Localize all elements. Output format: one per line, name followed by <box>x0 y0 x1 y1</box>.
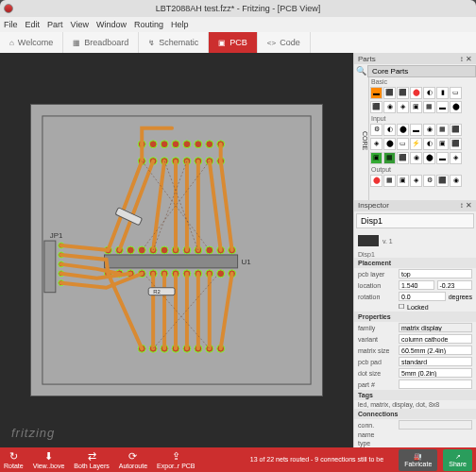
view-tabs: ⌂Welcome ▦Breadboard ↯Schematic ▣PCB <>C… <box>0 32 476 53</box>
view-above-button[interactable]: ⬇View..bove <box>33 451 65 469</box>
part-item[interactable]: ▣ <box>397 175 409 187</box>
part-number-input[interactable] <box>399 379 472 389</box>
menu-part[interactable]: Part <box>47 20 63 29</box>
part-item[interactable]: ▦ <box>383 175 396 187</box>
menu-window[interactable]: Window <box>96 20 127 29</box>
pcb-icon: ▣ <box>218 39 226 47</box>
export-pcb-button[interactable]: ⇪Expor..r PCB <box>157 451 195 469</box>
part-item[interactable]: ⬛ <box>450 124 462 136</box>
rotate-icon: ↻ <box>9 451 18 462</box>
part-item[interactable]: ▮ <box>436 87 449 99</box>
inspector-part-name[interactable]: Disp1 <box>356 213 474 228</box>
menu-edit[interactable]: Edit <box>26 20 41 29</box>
part-item[interactable]: ▬ <box>370 87 382 99</box>
part-item[interactable]: ◐ <box>423 138 435 150</box>
svg-line-57 <box>164 161 198 250</box>
part-item[interactable]: ⚙ <box>370 124 382 136</box>
part-item[interactable]: ⚙ <box>423 175 435 187</box>
part-item[interactable]: ▬ <box>410 124 422 136</box>
part-item[interactable]: ◈ <box>450 152 462 164</box>
part-item[interactable]: ▣ <box>410 101 422 113</box>
rotation-input[interactable]: 0.0 <box>399 292 446 301</box>
export-icon: ⇪ <box>172 451 180 462</box>
svg-rect-50 <box>44 241 56 293</box>
part-item[interactable]: ◈ <box>410 175 422 187</box>
palette-grid: Basic ▬ ⬛ ⬛ ⬤ ◐ ▮ ▭ ⬛ ◉ ◈ ▣ ▦ ▬ ⬤ <box>369 77 476 200</box>
part-item[interactable]: ▣ <box>370 152 382 164</box>
part-item[interactable]: ◐ <box>423 87 435 99</box>
part-item[interactable]: ⬤ <box>423 152 435 164</box>
variant-select[interactable]: column cathode <box>399 334 472 344</box>
fritzing-watermark: fritzing <box>11 426 55 440</box>
part-item[interactable]: ▣ <box>436 138 449 150</box>
rotate-button[interactable]: ↻Rotate <box>4 451 24 469</box>
part-item[interactable]: ⚡ <box>410 138 422 150</box>
location-y-input[interactable]: -0.23 <box>437 280 473 290</box>
parts-panel-header: Parts ↕ ✕ <box>354 53 476 64</box>
autoroute-button[interactable]: ⟳Autoroute <box>119 451 147 469</box>
parts-search: 🔍 Core Parts <box>354 64 476 77</box>
part-item[interactable]: ⬛ <box>436 175 449 187</box>
menu-routing[interactable]: Routing <box>134 20 163 29</box>
part-item[interactable]: ◈ <box>397 101 409 113</box>
pcb-canvas[interactable]: JP1 U1 R2 fritzing <box>0 53 353 447</box>
part-item[interactable]: ▦ <box>436 124 449 136</box>
part-item[interactable]: ⬤ <box>410 87 422 99</box>
part-item[interactable]: ⬤ <box>397 124 409 136</box>
layers-icon: ⇄ <box>88 451 96 462</box>
part-preview-icon <box>358 235 379 246</box>
tab-pcb[interactable]: ▣PCB <box>209 32 258 53</box>
menubar: File Edit Part View Window Routing Help <box>0 17 476 32</box>
dot-size-select[interactable]: 5mm (0.2in) <box>399 368 472 378</box>
menu-file[interactable]: File <box>4 20 18 29</box>
part-item[interactable]: ▭ <box>397 138 409 150</box>
part-item[interactable]: ◉ <box>383 101 396 113</box>
location-x-input[interactable]: 1.540 <box>399 280 434 290</box>
menu-help[interactable]: Help <box>171 20 189 29</box>
part-item[interactable]: ◉ <box>410 152 422 164</box>
side-panels: Parts ↕ ✕ 🔍 Core Parts CORE Basic ▬ ⬛ ⬛ … <box>353 53 476 447</box>
part-item[interactable]: ⬛ <box>370 101 382 113</box>
panel-controls[interactable]: ↕ ✕ <box>460 201 472 210</box>
part-item[interactable]: ◉ <box>450 175 462 187</box>
both-layers-button[interactable]: ⇄Both Layers <box>74 451 109 469</box>
svg-text:R2: R2 <box>153 289 161 295</box>
panel-controls[interactable]: ↕ ✕ <box>460 55 472 63</box>
titlebar: LBT2088AH test.fzz* - Fritzing - [PCB Vi… <box>0 0 476 17</box>
view-icon: ⬇ <box>44 451 53 462</box>
part-item[interactable]: ⬛ <box>383 87 396 99</box>
tab-breadboard[interactable]: ▦Breadboard <box>63 32 139 53</box>
svg-point-20 <box>138 246 145 254</box>
core-tab[interactable]: CORE <box>354 77 369 200</box>
part-item[interactable]: ◉ <box>423 124 435 136</box>
part-item[interactable]: ⬛ <box>397 87 409 99</box>
part-item[interactable]: ⬛ <box>450 138 462 150</box>
part-item[interactable]: ⬛ <box>397 152 409 164</box>
fabricate-button[interactable]: 🏭Fabricate <box>399 449 437 471</box>
search-icon[interactable]: 🔍 <box>354 66 367 76</box>
part-item[interactable]: ▬ <box>436 101 449 113</box>
pcb-layer-select[interactable]: top <box>399 269 472 278</box>
part-item[interactable]: ◈ <box>370 138 382 150</box>
svg-point-3 <box>161 141 168 148</box>
tab-welcome[interactable]: ⌂Welcome <box>0 32 63 53</box>
part-item[interactable]: ▦ <box>423 101 435 113</box>
part-item[interactable]: ⬤ <box>450 101 462 113</box>
locked-checkbox[interactable]: ☐ <box>399 303 404 311</box>
part-item[interactable]: ▦ <box>383 152 396 164</box>
tab-schematic[interactable]: ↯Schematic <box>139 32 209 53</box>
part-item[interactable]: ◐ <box>383 124 396 136</box>
part-item[interactable]: ▬ <box>436 152 449 164</box>
routing-status: 13 of 22 nets routed - 9 connections sti… <box>250 456 383 464</box>
matrix-size-select[interactable]: 60.5mm (2.4in) <box>399 346 472 355</box>
factory-icon: 🏭 <box>414 453 422 461</box>
part-item[interactable]: ▭ <box>450 87 462 99</box>
share-button[interactable]: ↗Share <box>443 449 472 471</box>
tab-code[interactable]: <>Code <box>258 32 311 53</box>
part-item[interactable]: ⬤ <box>383 138 396 150</box>
svg-point-4 <box>172 141 179 148</box>
part-item[interactable]: ⬤ <box>370 175 382 187</box>
menu-view[interactable]: View <box>71 20 89 29</box>
pcb-pad-select[interactable]: standard <box>399 357 472 366</box>
pcb-board[interactable]: JP1 U1 R2 <box>30 104 323 396</box>
